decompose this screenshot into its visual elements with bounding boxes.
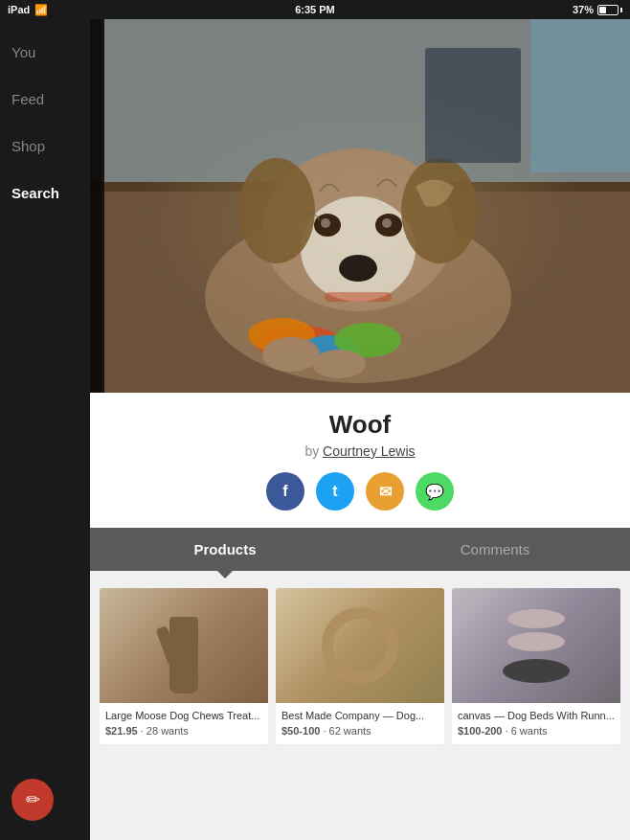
message-icon: 💬 — [425, 483, 444, 501]
svg-point-18 — [312, 350, 366, 378]
sidebar-label-feed: Feed — [11, 91, 44, 107]
svg-rect-20 — [425, 48, 521, 163]
product-info-2: Best Made Company — Dog... $50-100 · 62 … — [276, 703, 444, 744]
status-bar: iPad 📶 6:35 PM 37% — [0, 0, 630, 19]
products-grid: Large Moose Dog Chews Treat... $21.95 · … — [100, 588, 620, 744]
device-name: iPad — [8, 4, 30, 15]
post-author-link[interactable]: Courtney Lewis — [323, 443, 416, 459]
tab-products-label: Products — [193, 541, 256, 557]
app-layout: You Feed Shop Search ✏ — [0, 19, 630, 840]
tab-products[interactable]: Products — [90, 528, 360, 571]
dog-illustration — [90, 19, 630, 393]
compose-icon: ✏ — [26, 789, 40, 810]
sidebar-label-you: You — [11, 44, 35, 60]
product-card-1[interactable]: Large Moose Dog Chews Treat... $21.95 · … — [100, 588, 268, 744]
tab-comments[interactable]: Comments — [360, 528, 630, 571]
antler-icon — [169, 617, 198, 693]
products-section: Large Moose Dog Chews Treat... $21.95 · … — [90, 571, 630, 840]
sidebar-label-shop: Shop — [11, 138, 45, 154]
twitter-share-button[interactable]: t — [316, 472, 354, 511]
social-buttons: f t ✉ 💬 — [109, 472, 611, 511]
product-name-3: canvas — Dog Beds With Runn... — [458, 709, 615, 722]
email-icon: ✉ — [379, 483, 392, 501]
status-left: iPad 📶 — [8, 4, 48, 16]
email-share-button[interactable]: ✉ — [366, 472, 404, 511]
product-card-2[interactable]: Best Made Company — Dog... $50-100 · 62 … — [276, 588, 444, 744]
price-wants-1: 28 wants — [146, 725, 189, 737]
main-content: Woof by Courtney Lewis f t ✉ 💬 — [90, 19, 630, 840]
post-title: Woof — [109, 410, 611, 440]
tab-comments-label: Comments — [461, 541, 530, 557]
rope-icon — [322, 607, 398, 684]
sidebar-item-feed[interactable]: Feed — [0, 76, 90, 123]
hero-section — [90, 19, 630, 393]
wifi-icon: 📶 — [34, 4, 48, 16]
svg-point-12 — [401, 158, 478, 263]
svg-point-17 — [262, 337, 320, 372]
product-image-2 — [276, 588, 444, 703]
tab-active-indicator — [217, 571, 233, 579]
price-wants-3: 6 wants — [511, 725, 548, 737]
product-info-3: canvas — Dog Beds With Runn... $100-200 … — [452, 703, 620, 744]
svg-rect-22 — [90, 19, 104, 393]
twitter-icon: t — [332, 483, 337, 500]
status-right: 37% — [573, 4, 622, 15]
by-text: by — [304, 443, 319, 459]
product-card-3[interactable]: canvas — Dog Beds With Runn... $100-200 … — [452, 588, 620, 744]
sidebar-label-search: Search — [11, 185, 59, 201]
post-by-line: by Courtney Lewis — [109, 443, 611, 459]
svg-point-5 — [301, 196, 416, 302]
product-price-1: $21.95 · 28 wants — [105, 725, 262, 737]
sidebar-item-shop[interactable]: Shop — [0, 123, 90, 170]
product-price-3: $100-200 · 6 wants — [458, 725, 615, 737]
sidebar-item-search[interactable]: Search — [0, 170, 90, 216]
product-image-3 — [452, 588, 620, 703]
facebook-icon: f — [282, 483, 287, 500]
product-image-1 — [100, 588, 268, 703]
price-value-1: $21.95 — [105, 725, 138, 737]
message-share-button[interactable]: 💬 — [416, 472, 454, 511]
pillow-1 — [507, 609, 565, 628]
battery-percent: 37% — [573, 4, 594, 15]
svg-rect-19 — [325, 292, 392, 302]
svg-rect-21 — [530, 19, 630, 172]
price-value-2: $50-100 — [281, 725, 320, 737]
product-info-1: Large Moose Dog Chews Treat... $21.95 · … — [100, 703, 268, 744]
dog-bed-shape — [503, 659, 570, 683]
svg-point-9 — [321, 218, 330, 228]
status-time: 6:35 PM — [295, 4, 335, 15]
tab-bar: Products Comments — [90, 528, 630, 571]
product-name-1: Large Moose Dog Chews Treat... — [105, 709, 262, 722]
product-price-2: $50-100 · 62 wants — [281, 725, 439, 737]
svg-point-6 — [339, 255, 377, 282]
pillows-icon — [503, 609, 570, 683]
sidebar-item-you[interactable]: You — [0, 29, 90, 76]
svg-point-10 — [382, 218, 392, 228]
sidebar: You Feed Shop Search ✏ — [0, 19, 90, 840]
sidebar-bottom: ✏ — [11, 779, 54, 821]
post-info: Woof by Courtney Lewis f t ✉ 💬 — [90, 393, 630, 528]
battery-indicator — [597, 5, 622, 15]
product-name-2: Best Made Company — Dog... — [281, 709, 439, 722]
compose-button[interactable]: ✏ — [11, 779, 54, 821]
price-wants-2: 62 wants — [329, 725, 371, 737]
pillow-2 — [507, 632, 565, 651]
price-value-3: $100-200 — [458, 725, 503, 737]
svg-point-11 — [238, 158, 315, 263]
facebook-share-button[interactable]: f — [266, 472, 304, 511]
